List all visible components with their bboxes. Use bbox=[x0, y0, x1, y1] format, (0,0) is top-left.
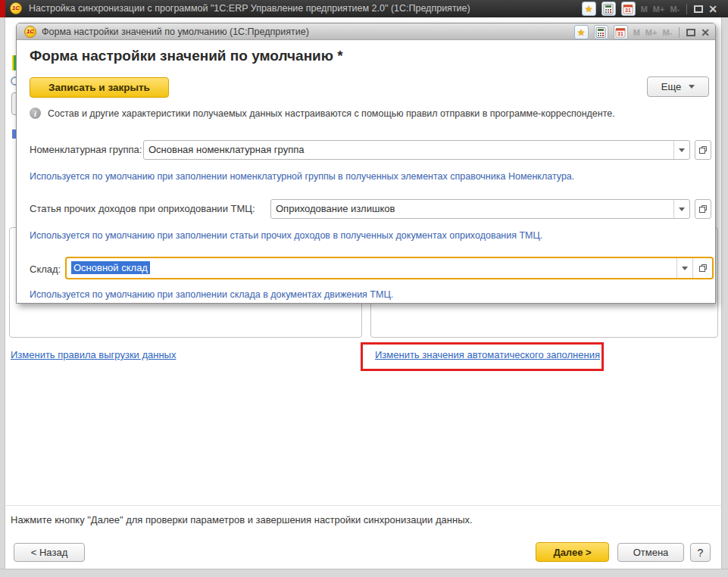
warehouse-hint: Используется по умолчанию при заполнении… bbox=[30, 289, 393, 300]
chevron-down-icon bbox=[679, 207, 685, 211]
selected-text: Основной склад bbox=[71, 261, 150, 274]
help-button[interactable]: ? bbox=[690, 543, 711, 562]
footer-instruction-text: Нажмите кнопку "Далее" для проверки пара… bbox=[11, 514, 473, 526]
footer-separator bbox=[6, 505, 721, 506]
calendar-icon: 31 bbox=[623, 4, 633, 14]
calculator-icon bbox=[595, 27, 606, 38]
window-frame-bottom bbox=[0, 569, 728, 577]
chevron-down-icon bbox=[682, 267, 688, 270]
nomenclature-group-hint: Используется по умолчанию при заполнении… bbox=[30, 171, 574, 182]
more-button-label: Еще bbox=[661, 81, 681, 92]
warehouse-input[interactable]: Основной склад bbox=[65, 257, 714, 279]
close-button[interactable]: ✕ bbox=[701, 27, 710, 38]
info-row: i Состав и другие характеристики получае… bbox=[30, 108, 615, 119]
favorites-button[interactable]: ★ bbox=[574, 25, 589, 39]
main-window-titlebar: 1С Настройка синхронизации с программой … bbox=[0, 0, 728, 17]
nomenclature-group-value[interactable]: Основная номенклатурная группа bbox=[144, 141, 673, 159]
income-item-input[interactable]: Оприходование излишков bbox=[270, 199, 690, 219]
change-autofill-values-link[interactable]: Изменить значения автоматического заполн… bbox=[375, 349, 600, 360]
window-frame-right bbox=[721, 17, 728, 577]
nomenclature-group-label: Номенклатурная группа: bbox=[30, 140, 142, 160]
chevron-down-icon bbox=[679, 148, 685, 152]
nomenclature-group-dropdown-button[interactable] bbox=[673, 141, 689, 159]
back-button[interactable]: < Назад bbox=[14, 543, 85, 562]
default-values-dialog: 1С Форма настройки значений по умолчанию… bbox=[16, 23, 716, 304]
next-button[interactable]: Далее > bbox=[536, 542, 609, 562]
info-icon: i bbox=[30, 108, 41, 119]
1c-logo-icon: 1С bbox=[10, 2, 22, 14]
income-item-open-button[interactable] bbox=[695, 199, 711, 219]
window-frame-left bbox=[0, 17, 5, 577]
titlebar-red-strip bbox=[0, 0, 5, 17]
memory-plus-button[interactable]: M+ bbox=[653, 5, 665, 14]
calendar-icon: 31 bbox=[615, 27, 626, 38]
calendar-button[interactable]: 31 bbox=[621, 2, 636, 16]
calculator-icon bbox=[603, 4, 614, 14]
memory-plus-button[interactable]: M+ bbox=[645, 28, 658, 37]
open-icon bbox=[698, 145, 708, 154]
open-icon bbox=[698, 264, 708, 273]
calendar-button[interactable]: 31 bbox=[614, 25, 628, 39]
dialog-heading: Форма настройки значений по умолчанию * bbox=[30, 48, 343, 64]
more-button[interactable]: Еще bbox=[647, 76, 709, 97]
save-and-close-button[interactable]: Записать и закрыть bbox=[30, 77, 169, 98]
calculator-button[interactable] bbox=[594, 25, 608, 39]
income-item-value[interactable]: Оприходование излишков bbox=[271, 200, 673, 218]
nomenclature-group-input[interactable]: Основная номенклатурная группа bbox=[143, 140, 690, 160]
close-button[interactable]: ✕ bbox=[708, 4, 717, 14]
cancel-button[interactable]: Отмена bbox=[617, 543, 684, 562]
warehouse-open-button[interactable] bbox=[692, 258, 712, 278]
titlebar-separator bbox=[686, 4, 687, 14]
nomenclature-group-open-button[interactable] bbox=[695, 140, 711, 160]
change-export-rules-link[interactable]: Изменить правила выгрузки данных bbox=[11, 349, 176, 360]
favorites-button[interactable]: ★ bbox=[582, 2, 596, 16]
maximize-button[interactable] bbox=[686, 29, 695, 36]
income-item-label: Статья прочих доходов при оприходовании … bbox=[30, 199, 255, 219]
income-item-dropdown-button[interactable] bbox=[673, 200, 689, 218]
memory-minus-button[interactable]: M- bbox=[662, 28, 672, 37]
1c-logo-icon: 1С bbox=[24, 26, 36, 38]
main-window-title: Настройка синхронизации с программой "1С… bbox=[29, 0, 470, 17]
star-icon: ★ bbox=[577, 28, 586, 37]
warehouse-value[interactable]: Основной склад bbox=[67, 258, 676, 278]
star-icon: ★ bbox=[585, 5, 593, 14]
warehouse-label: Склад: bbox=[30, 260, 61, 279]
warehouse-dropdown-button[interactable] bbox=[676, 258, 692, 278]
memory-recall-button[interactable]: M bbox=[641, 5, 648, 14]
info-text: Состав и другие характеристики получаемы… bbox=[48, 108, 615, 119]
maximize-button[interactable] bbox=[694, 5, 703, 13]
screen: 1С Настройка синхронизации с программой … bbox=[0, 0, 728, 577]
svg-text:31: 31 bbox=[617, 31, 623, 36]
dialog-titlebar: 1С Форма настройки значений по умолчанию… bbox=[17, 23, 715, 40]
income-item-hint: Используется по умолчанию при заполнении… bbox=[30, 230, 542, 241]
memory-recall-button[interactable]: M bbox=[633, 28, 640, 37]
chevron-down-icon bbox=[689, 85, 695, 89]
memory-minus-button[interactable]: M- bbox=[670, 5, 680, 14]
titlebar-separator bbox=[679, 27, 680, 38]
calculator-button[interactable] bbox=[601, 2, 616, 16]
dialog-title: Форма настройки значений по умолчанию (1… bbox=[42, 23, 309, 40]
svg-text:31: 31 bbox=[625, 8, 631, 13]
open-icon bbox=[698, 204, 708, 214]
